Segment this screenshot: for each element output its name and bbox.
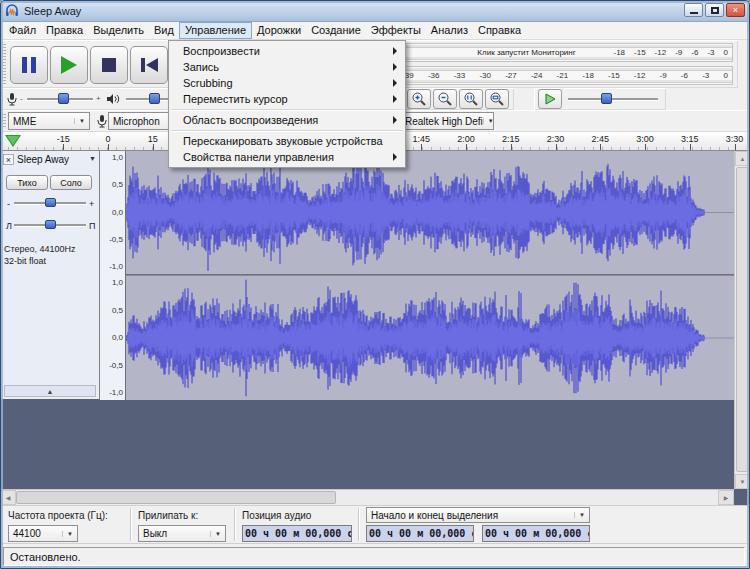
play-at-speed-button[interactable] [538, 89, 562, 109]
pan-slider[interactable] [14, 219, 86, 231]
track-title[interactable]: Sleep Away [17, 154, 69, 165]
divider [358, 508, 359, 541]
scale-label: 0,5 [112, 306, 123, 315]
solo-button[interactable]: Соло [50, 175, 92, 190]
audio-position-field[interactable]: 00 ч 00 м 00,000 с ▲▼ [242, 525, 352, 542]
waveform-channel-left[interactable] [126, 151, 734, 274]
meter-tick: -36 [428, 71, 440, 80]
transport-menu-item-2[interactable]: Scrubbing [169, 75, 405, 91]
menubar-item-5[interactable]: Дорожки [252, 22, 306, 39]
audio-host-select[interactable]: MME ▼ [8, 112, 90, 130]
skip-to-start-button[interactable] [130, 46, 168, 84]
pan-right-label: П [89, 221, 95, 231]
chevron-down-icon: ▼ [210, 531, 221, 537]
meter-tick: -3 [707, 48, 714, 57]
play-icon [61, 56, 77, 74]
scale-label: -0,5 [109, 235, 123, 244]
waveform-channel-right[interactable] [126, 276, 734, 400]
pan-left-label: Л [6, 221, 12, 231]
quick-play-pin-icon[interactable] [5, 135, 21, 147]
zoom-out-button[interactable] [433, 89, 457, 109]
selection-end-field[interactable]: 00 ч 00 м 00,000 с ▲▼ [482, 525, 590, 542]
transport-menu-item-1[interactable]: Запись [169, 59, 405, 75]
close-button[interactable]: × [726, 3, 745, 17]
skip-to-start-icon [141, 58, 158, 72]
hscroll-thumb[interactable] [16, 491, 336, 504]
status-bar: Остановлено. [0, 543, 750, 569]
scroll-right-icon[interactable]: ▶ [718, 490, 734, 505]
title-bar[interactable]: Sleep Away × [0, 0, 750, 22]
gain-slider[interactable] [14, 197, 86, 209]
scroll-up-icon[interactable]: ▲ [735, 151, 750, 166]
audio-host-value: MME [13, 116, 36, 127]
track-close-button[interactable]: × [3, 154, 14, 165]
minimize-button[interactable] [684, 3, 703, 17]
ruler-label: -15 [57, 134, 70, 144]
pause-button[interactable] [10, 46, 48, 84]
monitoring-message[interactable]: Клик запустит Мониторинг [477, 44, 575, 61]
menubar-item-8[interactable]: Анализ [426, 22, 473, 39]
maximize-button[interactable] [705, 3, 724, 17]
fit-project-button[interactable] [485, 89, 509, 109]
scale-label: 1,0 [112, 153, 123, 162]
track-collapse-button[interactable]: ▲ [4, 385, 96, 397]
transport-menu-item-3[interactable]: Переместить курсор [169, 91, 405, 107]
meter-tick: -18 [582, 71, 594, 80]
project-rate-select[interactable]: 44100 ▼ [8, 525, 78, 542]
ruler-label: 15 [148, 134, 158, 144]
play-speed-slider[interactable] [568, 92, 658, 106]
zoom-in-button[interactable] [407, 89, 431, 109]
microphone-icon [6, 92, 18, 106]
microphone-icon [96, 114, 108, 128]
playback-device-select[interactable]: Realtek High Defi ▼ [400, 112, 494, 130]
recording-volume-slider[interactable] [27, 92, 93, 106]
track-menu-icon[interactable]: ▼ [89, 155, 96, 162]
transport-menu-item-5[interactable]: Область воспроизведения [169, 112, 405, 128]
toolbar-grip[interactable] [3, 114, 6, 128]
scroll-down-icon[interactable]: ▼ [735, 474, 750, 489]
selection-start-value: 00 ч 00 м 00,000 с [369, 528, 474, 539]
meter-tick: -30 [479, 71, 491, 80]
menubar-item-7[interactable]: Эффекты [366, 22, 426, 39]
meter-tick: -12 [634, 71, 646, 80]
menu-bar: ФайлПравкаВыделитьВидУправлениеДорожкиСо… [0, 22, 750, 40]
meter-tick: -9 [675, 48, 682, 57]
transport-menu-item-8[interactable]: Свойства панели управления [169, 149, 405, 165]
ruler-tick [690, 144, 691, 150]
scroll-left-icon[interactable]: ◀ [0, 490, 16, 505]
snap-to-select[interactable]: Выкл ▼ [138, 525, 226, 542]
horizontal-scrollbar[interactable]: ◀ ▶ [0, 489, 734, 505]
waveform-view[interactable] [126, 151, 734, 400]
menubar-item-4[interactable]: Управление [179, 22, 252, 39]
transport-menu-item-0[interactable]: Воспроизвести [169, 43, 405, 59]
scale-label: 0,5 [112, 180, 123, 189]
ruler-tick [645, 144, 646, 150]
menubar-item-0[interactable]: Файл [4, 22, 41, 39]
ruler-tick [556, 144, 557, 150]
scale-label: -0,5 [109, 361, 123, 370]
mute-button[interactable]: Тихо [6, 175, 48, 190]
meter-tick: -24 [531, 71, 543, 80]
transport-menu-item-7[interactable]: Пересканировать звуковые устройства [169, 133, 405, 149]
play-at-speed-toolbar [534, 88, 666, 110]
ruler-label: 1:45 [412, 134, 430, 144]
menubar-item-3[interactable]: Вид [149, 22, 179, 39]
menubar-item-9[interactable]: Справка [473, 22, 526, 39]
meter-tick: -12 [655, 48, 667, 57]
fit-selection-button[interactable] [459, 89, 483, 109]
selection-mode-select[interactable]: Начало и конец выделения ▼ [366, 507, 590, 523]
slider-min-label: - [20, 94, 23, 103]
window-title: Sleep Away [24, 5, 81, 17]
play-button[interactable] [50, 46, 88, 84]
ruler-tick [600, 144, 601, 150]
vertical-scrollbar[interactable]: ▲ ▼ [734, 151, 750, 489]
stop-button[interactable] [90, 46, 128, 84]
menubar-item-1[interactable]: Правка [41, 22, 88, 39]
menubar-item-6[interactable]: Создание [306, 22, 366, 39]
toolbar-grip[interactable] [3, 44, 6, 84]
selection-start-field[interactable]: 00 ч 00 м 00,000 с ▲▼ [366, 525, 474, 542]
vertical-scale[interactable]: 1,00,50,0-0,5-1,0 1,00,50,0-0,5-1,0 [100, 151, 126, 400]
vscroll-thumb[interactable] [736, 167, 749, 472]
menubar-item-2[interactable]: Выделить [88, 22, 149, 39]
ruler-label: 2:45 [591, 134, 609, 144]
